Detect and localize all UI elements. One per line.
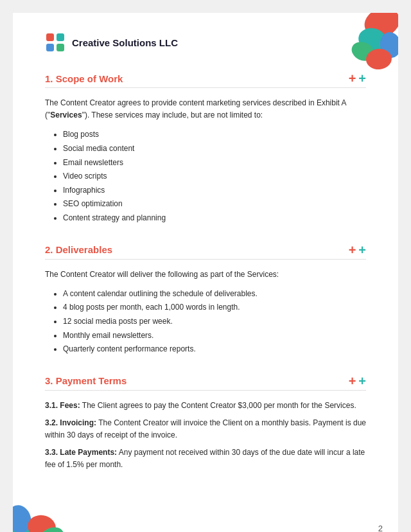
- fees-text: The Client agrees to pay the Content Cre…: [80, 401, 356, 410]
- plus-red-icon: +: [349, 72, 356, 85]
- section-payment-title: 3. Payment Terms: [45, 375, 127, 386]
- section-deliverables-intro: The Content Creator will deliver the fol…: [45, 269, 366, 281]
- fees-bold: 3.1. Fees:: [45, 401, 80, 410]
- plus-teal-icon-3: +: [358, 375, 366, 387]
- section-scope-header: 1. Scope of Work + +: [45, 72, 366, 85]
- section-scope-divider: [45, 87, 366, 88]
- section-deliverables: 2. Deliverables + + The Content Creator …: [45, 244, 366, 357]
- payment-late: 3.3. Late Payments: Any payment not rece…: [45, 447, 366, 471]
- list-item: Social media content: [63, 142, 366, 156]
- section-deliverables-icons: + +: [349, 244, 366, 256]
- list-item: Infographics: [63, 184, 366, 198]
- plus-red-icon-3: +: [349, 375, 356, 387]
- list-item: Blog posts: [63, 128, 366, 142]
- page-header: Creative Solutions LLC: [45, 32, 366, 53]
- document-page: Creative Solutions LLC 1. Scope of Work …: [13, 13, 398, 532]
- section-payment-icons: + +: [349, 375, 366, 387]
- list-item: Email newsletters: [63, 156, 366, 170]
- company-logo: [45, 32, 66, 53]
- list-item: Quarterly content performance reports.: [63, 342, 366, 357]
- section-payment-divider: [45, 390, 366, 391]
- plus-red-icon-2: +: [349, 244, 356, 256]
- plus-teal-icon-2: +: [358, 244, 366, 256]
- svg-rect-11: [46, 44, 54, 51]
- list-item: Content strategy and planning: [63, 211, 366, 226]
- company-name: Creative Solutions LLC: [72, 37, 178, 48]
- section-deliverables-header: 2. Deliverables + +: [45, 244, 366, 256]
- svg-rect-10: [57, 33, 64, 41]
- list-item: Monthly email newsletters.: [63, 329, 366, 343]
- list-item: 4 blog posts per month, each 1,000 words…: [63, 301, 366, 315]
- section-scope-title: 1. Scope of Work: [45, 73, 123, 84]
- section-payment: 3. Payment Terms + + 3.1. Fees: The Clie…: [45, 375, 366, 472]
- section-payment-header: 3. Payment Terms + +: [45, 375, 366, 387]
- svg-rect-9: [46, 33, 54, 41]
- deliverables-list: A content calendar outlining the schedul…: [45, 287, 366, 357]
- payment-fees: 3.1. Fees: The Client agrees to pay the …: [45, 400, 366, 412]
- page-number: 2: [378, 524, 383, 532]
- list-item: 12 social media posts per week.: [63, 315, 366, 329]
- invoicing-bold: 3.2. Invoicing:: [45, 418, 96, 427]
- payment-invoicing: 3.2. Invoicing: The Content Creator will…: [45, 417, 366, 441]
- svg-rect-12: [57, 44, 64, 51]
- scope-list: Blog posts Social media content Email ne…: [45, 128, 366, 225]
- section-scope: 1. Scope of Work + + The Content Creator…: [45, 72, 366, 226]
- section-scope-intro: The Content Creator agrees to provide co…: [45, 97, 366, 121]
- services-bold: Services: [50, 111, 82, 120]
- section-scope-icons: + +: [349, 72, 366, 85]
- list-item: SEO optimization: [63, 197, 366, 211]
- plus-teal-icon: +: [358, 72, 366, 85]
- section-deliverables-title: 2. Deliverables: [45, 244, 112, 255]
- section-deliverables-divider: [45, 259, 366, 260]
- list-item: Video scripts: [63, 170, 366, 184]
- late-bold: 3.3. Late Payments:: [45, 448, 117, 457]
- list-item: A content calendar outlining the schedul…: [63, 287, 366, 301]
